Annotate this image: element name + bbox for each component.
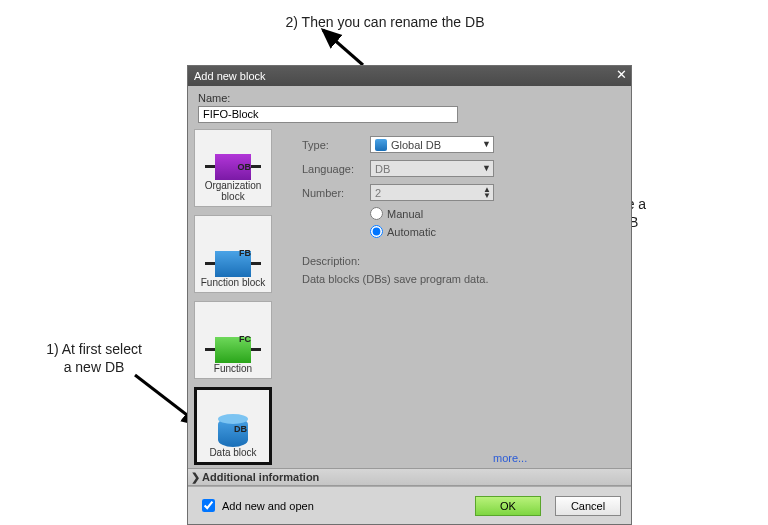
global-db-icon xyxy=(375,139,387,151)
add-and-open-checkbox[interactable] xyxy=(202,499,215,512)
tile-data-block[interactable]: DB Data block xyxy=(194,387,272,465)
ob-tag: OB xyxy=(238,162,252,172)
number-field: 2 ▲▼ xyxy=(370,184,494,201)
annotation-2: 2) Then you can rename the DB xyxy=(245,13,525,31)
chevron-down-icon: ▼ xyxy=(482,163,491,173)
spinner-icon: ▲▼ xyxy=(483,187,491,199)
radio-manual[interactable] xyxy=(370,207,383,220)
tile-label: Function xyxy=(214,363,252,374)
tile-label: Data block xyxy=(209,447,256,458)
fc-tag: FC xyxy=(239,334,251,344)
tile-organization-block[interactable]: OB Organization block xyxy=(194,129,272,207)
radio-manual-label: Manual xyxy=(387,208,423,220)
fb-tag: FB xyxy=(239,248,251,258)
tile-function[interactable]: FC Function xyxy=(194,301,272,379)
tile-function-block[interactable]: FB Function block xyxy=(194,215,272,293)
additional-info-bar[interactable]: ❯ Additional information xyxy=(188,468,631,486)
block-type-sidebar: OB Organization block FB Function block … xyxy=(188,123,284,495)
add-new-block-dialog: Add new block ✕ Name: OB Organization bl… xyxy=(187,65,632,525)
description-text: Data blocks (DBs) save program data. xyxy=(302,273,619,285)
name-section: Name: xyxy=(188,86,631,123)
ok-button[interactable]: OK xyxy=(475,496,541,516)
tile-label: Organization block xyxy=(205,180,262,202)
language-value: DB xyxy=(375,163,390,175)
tile-label: Function block xyxy=(201,277,265,288)
language-dropdown: DB ▼ xyxy=(370,160,494,177)
type-value: Global DB xyxy=(391,139,441,151)
radio-automatic[interactable] xyxy=(370,225,383,238)
name-label: Name: xyxy=(198,92,621,104)
radio-automatic-label: Automatic xyxy=(387,226,436,238)
titlebar: Add new block ✕ xyxy=(188,66,631,86)
name-input[interactable] xyxy=(198,106,458,123)
number-value: 2 xyxy=(375,187,381,199)
add-and-open-label: Add new and open xyxy=(222,500,314,512)
chevron-right-icon: ❯ xyxy=(188,471,202,484)
language-label: Language: xyxy=(302,163,370,175)
type-label: Type: xyxy=(302,139,370,151)
number-label: Number: xyxy=(302,187,370,199)
details-pane: Type: Global DB ▼ Language: DB ▼ Number:… xyxy=(284,123,631,495)
description-label: Description: xyxy=(302,255,619,267)
dialog-title: Add new block xyxy=(194,70,266,82)
cancel-button[interactable]: Cancel xyxy=(555,496,621,516)
type-dropdown[interactable]: Global DB ▼ xyxy=(370,136,494,153)
chevron-down-icon: ▼ xyxy=(482,139,491,149)
close-icon[interactable]: ✕ xyxy=(616,67,627,82)
more-link[interactable]: more... xyxy=(493,452,527,464)
button-bar: Add new and open OK Cancel xyxy=(188,486,631,524)
db-tag: DB xyxy=(234,424,247,434)
additional-info-label: Additional information xyxy=(202,471,319,483)
